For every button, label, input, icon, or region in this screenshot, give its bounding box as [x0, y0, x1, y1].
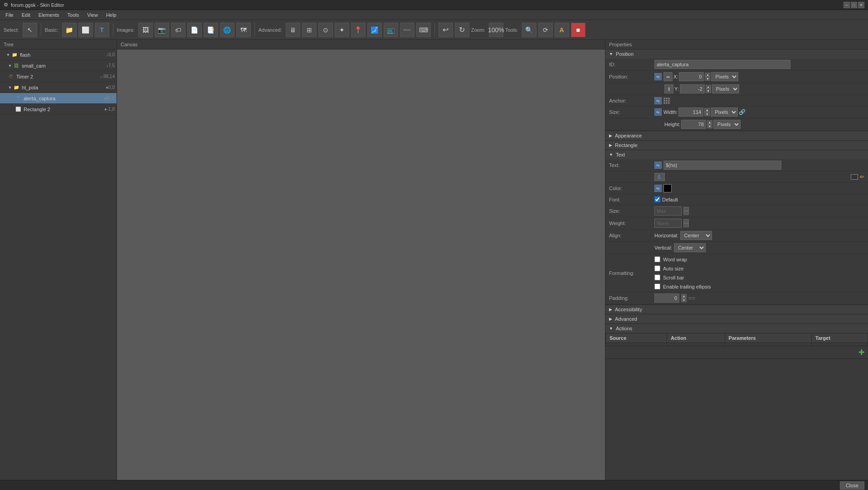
- section-position-header[interactable]: ▼ Position: [605, 49, 868, 59]
- menu-file[interactable]: File: [2, 11, 17, 19]
- redo-btn[interactable]: ↻: [455, 23, 469, 37]
- adv-6-btn[interactable]: 🗾: [367, 23, 382, 37]
- tree-toggle[interactable]: ▼: [7, 85, 13, 90]
- section-advanced-header[interactable]: ▶ Advanced: [605, 314, 868, 323]
- menu-view[interactable]: View: [83, 11, 102, 19]
- padding-icon[interactable]: [688, 297, 695, 299]
- size-connect-icon[interactable]: ⇆: [654, 108, 662, 116]
- word-wrap-checkbox[interactable]: [654, 256, 660, 262]
- img-1-btn[interactable]: 🖼: [138, 23, 153, 37]
- scroll-bar-checkbox[interactable]: [654, 274, 660, 280]
- link-icon[interactable]: 🔗: [739, 109, 746, 115]
- status-bar: Close: [0, 480, 868, 490]
- adv-1-btn[interactable]: 🖥: [286, 23, 300, 37]
- basic-text-btn[interactable]: T: [95, 23, 109, 37]
- adv-8-btn[interactable]: ➖: [400, 23, 414, 37]
- img-7-btn[interactable]: 🗺: [236, 23, 251, 37]
- pen-edit-icon[interactable]: ✏: [860, 174, 864, 180]
- size-input[interactable]: [654, 206, 682, 216]
- horizontal-dropdown[interactable]: Center: [680, 231, 712, 240]
- menu-help[interactable]: Help: [102, 11, 120, 19]
- section-text-header[interactable]: ▼ Text: [605, 150, 868, 159]
- select-tool-btn[interactable]: ↖: [23, 23, 37, 37]
- tree-item-timer2[interactable]: ⏱ Timer 2 ↓-98,14: [0, 71, 117, 82]
- width-down[interactable]: ▼: [704, 112, 710, 116]
- tool-3-btn[interactable]: A: [555, 23, 569, 37]
- minimize-button[interactable]: ─: [844, 2, 850, 8]
- padding-input[interactable]: [654, 294, 679, 303]
- img-4-btn[interactable]: 📄: [187, 23, 202, 37]
- undo-btn[interactable]: ↩: [439, 23, 453, 37]
- x-up[interactable]: ▲: [705, 73, 710, 77]
- tree-item-ht-pola[interactable]: ▼ 📁 ht_pola ●0,0: [0, 82, 117, 93]
- padding-down[interactable]: ▼: [681, 298, 687, 302]
- font-default-checkbox[interactable]: [654, 196, 660, 202]
- padding-up[interactable]: ▲: [681, 294, 687, 298]
- text-input[interactable]: [663, 161, 781, 170]
- maximize-button[interactable]: □: [851, 2, 857, 8]
- tree-toggle[interactable]: ▼: [7, 63, 13, 69]
- trailing-ellipsis-checkbox[interactable]: [654, 284, 660, 289]
- y-down[interactable]: ▼: [706, 89, 711, 93]
- width-unit[interactable]: Pixels: [711, 108, 738, 117]
- basic-rect-btn[interactable]: ⬜: [78, 23, 93, 37]
- connect-icon[interactable]: ⇆: [654, 73, 662, 80]
- tool-2-btn[interactable]: ⟳: [538, 23, 553, 37]
- adv-5-btn[interactable]: 📍: [351, 23, 366, 37]
- section-appearance-header[interactable]: ▶ Appearance: [605, 131, 868, 140]
- anchor-grid[interactable]: [663, 98, 670, 104]
- y-up[interactable]: ▲: [706, 85, 711, 89]
- close-button[interactable]: ✕: [858, 2, 864, 8]
- tree-item-alerta-captura[interactable]: T alerta_captura ●0,-2: [0, 93, 117, 104]
- adv-9-btn[interactable]: ⌨: [416, 23, 431, 37]
- vertical-dropdown[interactable]: Center: [674, 243, 706, 252]
- adv-7-btn[interactable]: 📺: [384, 23, 398, 37]
- text-connect-icon[interactable]: ⇆: [654, 162, 662, 169]
- anchor-value: ⇆: [654, 97, 864, 104]
- y-input[interactable]: [680, 84, 705, 93]
- adv-2-btn[interactable]: ⊞: [302, 23, 317, 37]
- section-rectangle-header[interactable]: ▶ Rectangle: [605, 141, 868, 150]
- img-3-btn[interactable]: 🏷: [171, 23, 185, 37]
- menu-tools[interactable]: Tools: [64, 11, 83, 19]
- move-icon[interactable]: ⇔: [663, 72, 673, 81]
- basic-folder-btn[interactable]: 📁: [62, 23, 77, 37]
- adv-4-btn[interactable]: ✦: [335, 23, 349, 37]
- tool-1-btn[interactable]: 🔍: [522, 23, 536, 37]
- tree-item-small-cam[interactable]: ▼ 🖼 small_cam ↓7,5: [0, 60, 117, 71]
- menu-elements[interactable]: Elements: [35, 11, 63, 19]
- add-action-button[interactable]: ✚: [858, 348, 864, 357]
- move-y-icon[interactable]: ⇕: [664, 84, 673, 93]
- menu-edit[interactable]: Edit: [18, 11, 34, 19]
- tool-4-btn[interactable]: ■: [571, 23, 585, 37]
- x-input[interactable]: [679, 72, 704, 81]
- color-connect-icon[interactable]: ⇆: [654, 185, 662, 192]
- width-input[interactable]: [678, 108, 703, 117]
- img-5-btn[interactable]: 📑: [204, 23, 218, 37]
- id-input[interactable]: [654, 60, 790, 69]
- zoom-display[interactable]: 100%: [489, 23, 503, 37]
- height-down[interactable]: ▼: [707, 124, 712, 128]
- section-actions-header[interactable]: ▼ Actions: [605, 324, 868, 333]
- height-up[interactable]: ▲: [707, 120, 712, 124]
- height-input[interactable]: [681, 120, 706, 129]
- img-6-btn[interactable]: 🌐: [220, 23, 234, 37]
- x-unit[interactable]: Pixels: [711, 72, 738, 81]
- auto-size-checkbox[interactable]: [654, 265, 660, 271]
- img-2-btn[interactable]: 📷: [155, 23, 169, 37]
- tree-toggle[interactable]: ▼: [5, 52, 11, 58]
- adv-3-btn[interactable]: ⊙: [318, 23, 333, 37]
- monitor-icon[interactable]: [851, 174, 858, 180]
- anchor-connect-icon[interactable]: ⇆: [654, 97, 662, 104]
- weight-input[interactable]: [654, 219, 682, 228]
- dollar-button[interactable]: $,: [654, 173, 665, 181]
- color-swatch[interactable]: [663, 184, 672, 192]
- height-unit[interactable]: Pixels: [713, 120, 741, 129]
- width-up[interactable]: ▲: [704, 108, 710, 112]
- tree-item-flash[interactable]: ▼ 📁 flash ↓0,0: [0, 49, 117, 60]
- tree-item-rectangle2[interactable]: ⬜ Rectangle 2 ●-1,0: [0, 104, 117, 115]
- x-down[interactable]: ▼: [705, 77, 710, 81]
- section-accessibility-header[interactable]: ▶ Accessibility: [605, 305, 868, 314]
- y-unit[interactable]: Pixels: [712, 84, 739, 93]
- close-status-button[interactable]: Close: [840, 481, 864, 490]
